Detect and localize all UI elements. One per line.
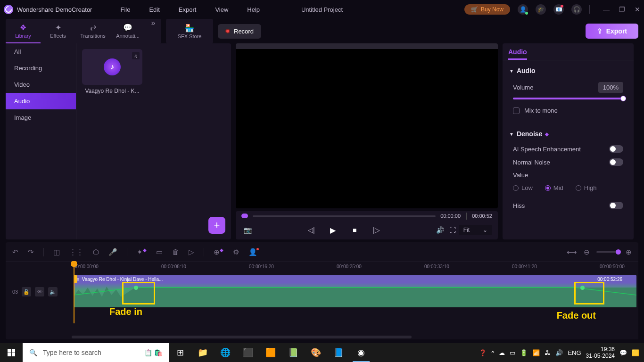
section-audio-header[interactable]: ▼ Audio	[503, 62, 634, 79]
menu-view[interactable]: View	[215, 6, 228, 13]
tray-meet-icon[interactable]: ▭	[510, 349, 515, 356]
app-icon[interactable]: ⬛	[237, 343, 259, 362]
progress-knob[interactable]	[241, 214, 248, 218]
split-button[interactable]: ⋮⋮	[69, 248, 83, 256]
ai-tool-button[interactable]: ✦◆	[137, 247, 147, 256]
redo-button[interactable]: ↷	[28, 248, 34, 256]
chrome-icon[interactable]: 🌐	[214, 343, 237, 362]
tray-bluetooth-icon[interactable]: 🖧	[545, 349, 551, 356]
lock-button[interactable]: 🔓	[22, 287, 31, 296]
gift-icon[interactable]: 📧	[553, 4, 564, 15]
menu-file[interactable]: File	[120, 6, 130, 13]
paint-icon[interactable]: 🎨	[305, 343, 327, 362]
mute-button[interactable]: 🔈	[48, 287, 58, 296]
props-body[interactable]: ▼ Audio Volume 100% Mix to mono ▼ Denois…	[503, 60, 634, 239]
tray-chevron-icon[interactable]: ^	[491, 349, 494, 356]
timeline-scrollbar[interactable]	[72, 335, 638, 339]
radio-mid[interactable]: Mid	[545, 184, 563, 191]
tray-wifi-icon[interactable]: 📶	[532, 349, 540, 356]
mic-button[interactable]: 🎤	[108, 248, 117, 256]
fit-select[interactable]: Fit ⌄	[459, 225, 492, 235]
volume-icon[interactable]: 🔊	[434, 226, 446, 234]
buy-now-button[interactable]: 🛒 Buy Now	[464, 4, 510, 15]
tray-volume-icon[interactable]: 🔊	[555, 349, 563, 356]
scrollbar-thumb[interactable]	[72, 336, 412, 338]
lib-item-video[interactable]: Video	[6, 76, 76, 93]
volume-slider[interactable]	[503, 96, 634, 104]
more-tabs-button[interactable]: »	[145, 19, 161, 27]
adjust-button[interactable]: ⚙	[233, 248, 239, 256]
next-frame-button[interactable]: |▷	[370, 226, 382, 234]
media-item[interactable]: ♪ ♫ Vaagyo Re Dhol - K...	[82, 49, 142, 94]
taskbar-clock[interactable]: 19:36 31-05-2024	[586, 346, 615, 360]
cursor-button[interactable]: ▷	[189, 248, 194, 256]
volume-value[interactable]: 100%	[598, 82, 623, 93]
zoom-in-button[interactable]: ⊕	[626, 248, 632, 256]
excel-icon[interactable]: 📗	[282, 343, 305, 362]
play-button[interactable]: ▶	[327, 226, 339, 235]
radio-low[interactable]: Low	[513, 184, 533, 191]
taskview-icon[interactable]: ⊞	[169, 343, 191, 362]
menu-export[interactable]: Export	[179, 6, 197, 13]
snapshot-button[interactable]: 📷	[241, 226, 254, 234]
lib-item-image[interactable]: Image	[6, 109, 76, 126]
account-icon[interactable]: 👤	[518, 4, 528, 15]
tray-help-icon[interactable]: ❓	[479, 349, 487, 356]
export-button[interactable]: ⇪ Export	[586, 24, 638, 39]
zoom-slider[interactable]	[596, 251, 619, 253]
tab-effects[interactable]: ✦ Effects	[41, 19, 75, 43]
playhead[interactable]	[74, 262, 74, 323]
prev-frame-button[interactable]: ◁|	[305, 226, 317, 234]
menu-help[interactable]: Help	[247, 6, 260, 13]
record-button[interactable]: Record	[218, 24, 261, 39]
speed-button[interactable]: ⊕◆	[214, 247, 223, 256]
word-icon[interactable]: 📘	[327, 343, 350, 362]
tray-notifications-icon[interactable]: 💬	[619, 349, 627, 356]
track-content[interactable]: ≡ Vaagyo Re Dhol - Kinjal Dave - Hella..…	[72, 275, 638, 308]
section-denoise-header[interactable]: ▼ Denoise ◆	[503, 125, 634, 142]
ai-speech-toggle[interactable]	[609, 145, 623, 153]
person-button[interactable]: 👤	[248, 248, 259, 256]
lib-item-recording[interactable]: Recording	[6, 60, 76, 76]
maximize-button[interactable]: ❐	[619, 6, 625, 13]
add-media-button[interactable]: +	[208, 217, 225, 234]
graduation-icon[interactable]: 🎓	[536, 4, 546, 15]
app-icon[interactable]: 🟧	[259, 343, 282, 362]
minimize-button[interactable]: —	[603, 6, 610, 13]
delete-button[interactable]: 🗑	[172, 248, 179, 256]
props-tab-audio[interactable]: Audio	[508, 48, 527, 60]
crop-button[interactable]: ◫	[53, 248, 60, 256]
start-button[interactable]	[0, 343, 23, 362]
undo-button[interactable]: ↶	[12, 248, 18, 256]
mix-to-mono-row[interactable]: Mix to mono	[503, 104, 634, 117]
fullscreen-button[interactable]: ⛶	[446, 226, 459, 234]
democreator-icon[interactable]: ◉	[350, 343, 372, 362]
close-button[interactable]: ✕	[635, 6, 640, 13]
fit-timeline-button[interactable]: ⟷	[567, 248, 577, 256]
tab-transitions[interactable]: ⇄ Transitions	[75, 19, 110, 43]
audio-clip[interactable]: ≡ Vaagyo Re Dhol - Kinjal Dave - Hella..…	[74, 275, 636, 307]
tray-onedrive-icon[interactable]: ☁	[499, 349, 505, 356]
headset-icon[interactable]: 🎧	[571, 4, 582, 15]
hiss-toggle[interactable]	[609, 202, 623, 209]
mix-checkbox[interactable]	[513, 107, 520, 114]
lib-item-audio[interactable]: Audio	[6, 93, 76, 109]
timeline-ruler[interactable]: 00:00:00:00 00:00:08:10 00:00:16:20 00:0…	[72, 262, 638, 275]
tab-annotations[interactable]: 💬 Annotati...	[110, 19, 145, 43]
tab-sfx-store[interactable]: 🏪 SFX Store	[166, 19, 213, 43]
group-button[interactable]: ▭	[156, 248, 163, 256]
visibility-button[interactable]: 👁	[35, 287, 44, 296]
normal-noise-toggle[interactable]	[609, 158, 623, 166]
tray-battery-icon[interactable]: 🔋	[520, 349, 528, 356]
tray-app-icon[interactable]: 🟨	[632, 349, 639, 356]
lib-item-all[interactable]: All	[6, 43, 76, 60]
marker-button[interactable]: ⬡	[93, 248, 99, 256]
tray-lang[interactable]: ENG	[568, 349, 581, 356]
zoom-out-button[interactable]: ⊖	[584, 248, 590, 256]
progress-bar[interactable]: 00:00:00 | 00:00:52	[236, 211, 498, 221]
tab-library[interactable]: ❖ Library	[6, 19, 41, 43]
taskbar-search[interactable]: 🔍 Type here to search 📋 🛍️	[23, 343, 169, 362]
volume-knob[interactable]	[620, 96, 626, 101]
radio-high[interactable]: High	[576, 184, 597, 191]
menu-edit[interactable]: Edit	[149, 6, 159, 13]
